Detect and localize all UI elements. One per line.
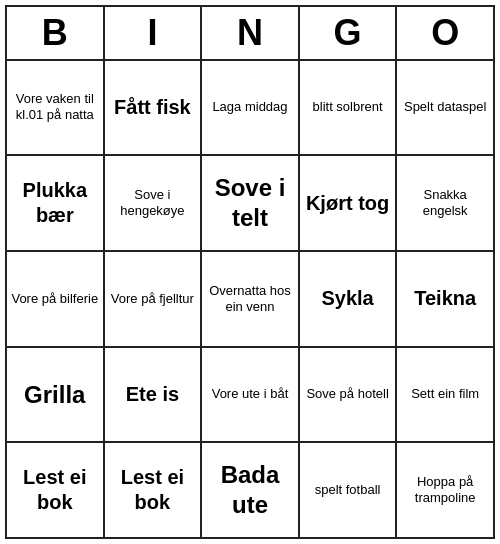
bingo-cell: Sykla: [300, 252, 398, 346]
header-letter: O: [397, 7, 493, 59]
bingo-cell: Kjørt tog: [300, 156, 398, 250]
bingo-cell: Vore på bilferie: [7, 252, 105, 346]
bingo-cell: Vore ute i båt: [202, 348, 300, 442]
header-letter: N: [202, 7, 300, 59]
bingo-row: Vore på bilferieVore på fjellturOvernatt…: [7, 252, 493, 348]
bingo-cell: Bada ute: [202, 443, 300, 537]
bingo-cell: Ete is: [105, 348, 203, 442]
bingo-cell: spelt fotball: [300, 443, 398, 537]
bingo-cell: Vore på fjelltur: [105, 252, 203, 346]
bingo-cell: Teikna: [397, 252, 493, 346]
bingo-cell: Plukka bær: [7, 156, 105, 250]
header-letter: B: [7, 7, 105, 59]
bingo-row: GrillaEte isVore ute i båtSove på hotell…: [7, 348, 493, 444]
bingo-cell: Overnatta hos ein venn: [202, 252, 300, 346]
header-letter: G: [300, 7, 398, 59]
header-letter: I: [105, 7, 203, 59]
bingo-cell: Sove i telt: [202, 156, 300, 250]
bingo-cell: Sett ein film: [397, 348, 493, 442]
bingo-cell: blitt solbrent: [300, 61, 398, 155]
bingo-grid: Vore vaken til kl.01 på nattaFått fiskLa…: [7, 61, 493, 537]
bingo-cell: Lest ei bok: [7, 443, 105, 537]
bingo-header: BINGO: [7, 7, 493, 61]
bingo-cell: Fått fisk: [105, 61, 203, 155]
bingo-cell: Sove i hengekøye: [105, 156, 203, 250]
bingo-cell: Vore vaken til kl.01 på natta: [7, 61, 105, 155]
bingo-row: Plukka bærSove i hengekøyeSove i teltKjø…: [7, 156, 493, 252]
bingo-card: BINGO Vore vaken til kl.01 på nattaFått …: [5, 5, 495, 539]
bingo-cell: Snakka engelsk: [397, 156, 493, 250]
bingo-row: Vore vaken til kl.01 på nattaFått fiskLa…: [7, 61, 493, 157]
bingo-cell: Lest ei bok: [105, 443, 203, 537]
bingo-cell: Hoppa på trampoline: [397, 443, 493, 537]
bingo-cell: Grilla: [7, 348, 105, 442]
bingo-cell: Spelt dataspel: [397, 61, 493, 155]
bingo-row: Lest ei bokLest ei bokBada utespelt fotb…: [7, 443, 493, 537]
bingo-cell: Sove på hotell: [300, 348, 398, 442]
bingo-cell: Laga middag: [202, 61, 300, 155]
